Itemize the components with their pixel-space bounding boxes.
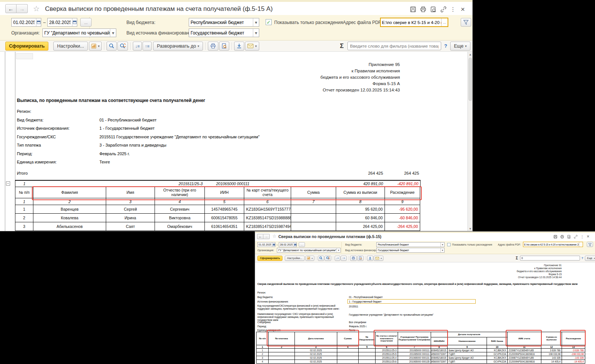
group-collapse-button[interactable]: − <box>6 181 10 186</box>
more-menu-icon[interactable]: ⋮ <box>450 6 456 13</box>
help-icon[interactable]: ? <box>581 256 583 260</box>
more-actions-button[interactable]: Еще ▾ <box>450 42 470 51</box>
link-icon[interactable] <box>574 235 578 239</box>
calendar-icon[interactable] <box>293 243 296 247</box>
preview-icon[interactable] <box>430 6 437 13</box>
sum-sigma-icon[interactable]: Σ <box>516 256 518 260</box>
date-to-field[interactable] <box>47 18 77 27</box>
generate-button[interactable]: Сформировать <box>5 42 48 51</box>
quick-filter-field[interactable] <box>347 42 441 50</box>
send-email-button[interactable]: ▾ <box>245 42 259 51</box>
quick-filter-field[interactable] <box>520 256 580 261</box>
favorite-star-icon[interactable]: ☆ <box>272 234 276 239</box>
scroll-down-icon[interactable]: ▼ <box>468 226 473 231</box>
print-icon[interactable] <box>560 235 564 239</box>
chevron-down-icon[interactable]: ▾ <box>253 29 259 37</box>
print-preview-button[interactable] <box>357 256 364 261</box>
date-from-field[interactable] <box>257 242 275 247</box>
close-icon[interactable]: × <box>587 234 589 239</box>
sum-sigma-icon[interactable]: Σ <box>340 42 344 50</box>
link-icon[interactable] <box>440 6 447 13</box>
pdf-path-field[interactable]: E:\по сверке в К2 5-15 и 4-20 и пр\тести… <box>523 242 583 247</box>
expand-groups-button[interactable]: ↑≡ <box>341 256 347 261</box>
calendar-icon[interactable] <box>72 18 77 26</box>
more-menu-icon[interactable]: ⋮ <box>580 235 584 239</box>
generate-button[interactable]: Сформировать <box>257 256 282 261</box>
date-period-button[interactable]: ... <box>80 18 92 27</box>
close-icon[interactable]: × <box>461 5 465 13</box>
chevron-down-icon[interactable]: ▾ <box>110 29 116 37</box>
filter-funnel-button[interactable] <box>461 18 471 27</box>
settings-button[interactable]: Настройки... <box>285 256 304 261</box>
chevron-down-icon[interactable]: ▾ <box>253 18 259 26</box>
collapse-groups-button[interactable]: ↓≡ <box>133 42 142 51</box>
save-icon[interactable] <box>410 6 416 13</box>
search-button[interactable] <box>318 256 324 261</box>
filter-funnel-button[interactable] <box>587 242 593 247</box>
more-actions-button[interactable]: Еще ▾ <box>585 256 595 261</box>
financing-source-combo[interactable]: Государственный бюджет ▾ <box>376 248 445 253</box>
print-button[interactable] <box>208 42 218 51</box>
preview-icon[interactable] <box>567 235 571 239</box>
date-from-input[interactable] <box>258 243 272 246</box>
save-report-button[interactable] <box>367 256 373 261</box>
only-discrepancies-checkbox[interactable] <box>447 243 451 246</box>
print-preview-button[interactable] <box>219 42 229 51</box>
back-button[interactable]: ← <box>5 4 17 13</box>
budget-type-combo[interactable]: Республиканский бюджет ▾ <box>189 18 259 27</box>
chevron-down-icon[interactable]: ▾ <box>440 248 444 252</box>
only-discrepancies-checkbox[interactable]: ✓ <box>266 19 272 25</box>
chevron-down-icon[interactable]: ▾ <box>440 243 444 247</box>
table-cell: 600845218015 <box>431 356 448 360</box>
help-icon[interactable]: ? <box>444 43 447 49</box>
pdf-path-field[interactable]: E:\по сверке в К2 5-15 и 4-20 и ... <box>380 18 448 27</box>
selected-cell-highlight[interactable]: 1 - Государственный бюджет <box>347 299 476 304</box>
financing-source-combo[interactable]: Государственный бюджет ▾ <box>189 28 259 37</box>
quick-filter-input[interactable] <box>348 44 441 48</box>
scroll-up-icon[interactable]: ▲ <box>468 52 473 57</box>
search-reset-button[interactable] <box>325 256 331 261</box>
date-to-input[interactable] <box>279 243 293 246</box>
expand-groups-button[interactable]: ↑≡ <box>143 42 152 51</box>
only-discrepancies-label[interactable]: Показывать только расхождения <box>274 20 343 25</box>
column-header: Сумма из выписки <box>541 332 562 345</box>
forward-button[interactable]: → <box>17 4 28 13</box>
date-to-field[interactable] <box>279 242 297 247</box>
expand-to-button[interactable]: Разворачивать до ▾ <box>153 42 203 51</box>
save-report-button[interactable] <box>234 42 244 51</box>
scrollbar-thumb[interactable] <box>469 58 472 101</box>
search-reset-button[interactable] <box>117 42 128 51</box>
calendar-icon[interactable] <box>272 243 275 247</box>
report-variants-button[interactable]: ▾ <box>305 256 314 261</box>
collapse-groups-button[interactable]: ↓≡ <box>335 256 341 261</box>
print-button[interactable] <box>350 256 357 261</box>
print-icon[interactable] <box>420 6 427 13</box>
quick-filter-input[interactable] <box>520 257 580 259</box>
table-cell: 3 <box>15 222 33 231</box>
date-period-button[interactable]: ... <box>299 242 305 247</box>
pdf-browse-button[interactable]: ... <box>441 18 448 26</box>
favorite-star-icon[interactable]: ☆ <box>33 4 40 13</box>
date-from-field[interactable] <box>11 18 41 27</box>
table-cell: Ковалева <box>33 214 106 222</box>
column-header: № п/п <box>15 187 33 198</box>
back-button[interactable]: ← <box>257 234 263 239</box>
report-variants-button[interactable]: ▾ <box>89 42 102 51</box>
date-to-input[interactable] <box>48 20 72 25</box>
calendar-icon[interactable] <box>36 18 41 26</box>
table-cell: 12 <box>541 345 562 349</box>
chevron-down-icon[interactable]: ▾ <box>337 248 340 252</box>
save-icon[interactable] <box>553 235 557 239</box>
send-email-button[interactable]: ▾ <box>374 256 383 261</box>
search-button[interactable] <box>107 42 117 51</box>
date-from-input[interactable] <box>12 20 36 25</box>
settings-button[interactable]: Настройки... <box>53 42 88 51</box>
budget-type-combo[interactable]: Республиканский бюджет ▾ <box>376 242 445 247</box>
vertical-scrollbar[interactable]: ▲ ▼ <box>467 52 473 231</box>
organization-combo[interactable]: ГУ "Департамент по чрезвычайным ситуация… <box>277 248 341 253</box>
pdf-browse-button[interactable]: ... <box>579 242 583 247</box>
only-discrepancies-label[interactable]: Показывать только расхождения <box>452 243 492 246</box>
table-cell: 610614654351 <box>205 222 244 231</box>
forward-button[interactable]: → <box>263 234 270 239</box>
organization-combo[interactable]: ГУ "Департамент по чрезвычайным ▾ <box>42 28 116 37</box>
